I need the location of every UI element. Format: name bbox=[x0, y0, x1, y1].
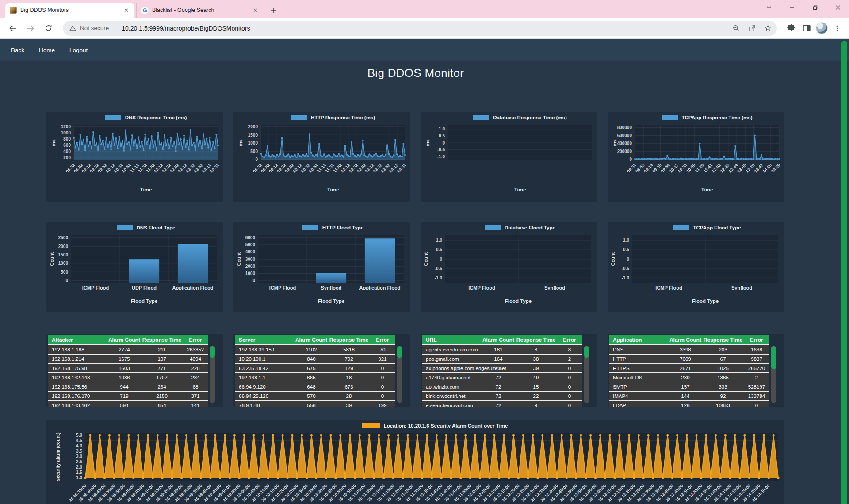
extensions-puzzle-icon[interactable] bbox=[784, 22, 797, 35]
close-window-button[interactable] bbox=[831, 2, 845, 13]
tab-close-icon[interactable]: ✕ bbox=[252, 7, 259, 14]
dns-flood-panel: DNS Flood Type 05001000150020002500Count… bbox=[46, 222, 223, 312]
bookmark-star-icon[interactable] bbox=[761, 22, 774, 35]
svg-text:Count: Count bbox=[423, 252, 428, 266]
table-cell: 144 bbox=[669, 393, 702, 399]
table-cell: 1102 bbox=[294, 347, 328, 352]
dns-response-chart: 20040060080010001200ms08:3208:5209:1209:… bbox=[46, 112, 223, 202]
address-bar[interactable]: Not secure 10.20.1.5:9999/macroprobe/Big… bbox=[63, 21, 777, 36]
table-cell: 228 bbox=[183, 366, 208, 371]
table-cell: 10853 bbox=[702, 403, 744, 408]
back-button[interactable] bbox=[5, 21, 20, 36]
svg-text:1000: 1000 bbox=[245, 271, 256, 276]
table-row: IMAP414492133784 bbox=[609, 392, 769, 401]
table-cell: 7009 bbox=[669, 356, 702, 362]
svg-text:13:26: 13:26 bbox=[745, 163, 756, 174]
svg-text:Synflood: Synflood bbox=[731, 285, 752, 290]
profile-avatar[interactable] bbox=[816, 22, 828, 34]
svg-text:Flood Type: Flood Type bbox=[505, 298, 532, 304]
page-scrollbar-thumb[interactable] bbox=[841, 41, 847, 504]
table-cell: ax.phobos.apple.com.edgesuite.net bbox=[422, 366, 482, 371]
tab-big-ddos-monitors[interactable]: Big DDOS Monitors ✕ bbox=[5, 3, 134, 18]
table-cell: 1603 bbox=[107, 366, 141, 371]
table-scrollbar-track[interactable] bbox=[210, 346, 215, 403]
table-cell: 133784 bbox=[744, 393, 769, 399]
table-cell: 3 bbox=[515, 347, 557, 352]
maximize-button[interactable] bbox=[808, 2, 822, 13]
table-header-cell: Alarm Count bbox=[669, 337, 702, 343]
table-cell: 28 bbox=[328, 393, 370, 399]
svg-text:08:32: 08:32 bbox=[626, 163, 637, 174]
kebab-menu-icon[interactable] bbox=[830, 22, 844, 35]
table-scrollbar-thumb[interactable] bbox=[210, 346, 215, 358]
legend-swatch bbox=[105, 115, 121, 120]
table-cell: 528197 bbox=[744, 384, 769, 389]
svg-text:security alarm (count): security alarm (count) bbox=[55, 432, 61, 481]
table-row: 76.9.1.4855639199 bbox=[235, 401, 395, 407]
svg-text:Flood Type: Flood Type bbox=[318, 298, 344, 304]
legend-swatch bbox=[673, 225, 689, 230]
zoom-icon[interactable] bbox=[729, 22, 742, 35]
svg-text:1.5: 1.5 bbox=[76, 470, 82, 475]
svg-text:1000: 1000 bbox=[58, 261, 69, 266]
table-header-cell: Alarm Count bbox=[482, 337, 515, 343]
table-cell: 15 bbox=[515, 384, 557, 389]
svg-text:0: 0 bbox=[629, 157, 632, 162]
svg-text:ms: ms bbox=[612, 139, 617, 146]
forward-button[interactable] bbox=[23, 21, 38, 36]
tab-search-chevron-icon[interactable] bbox=[762, 2, 776, 13]
table-header-cell: Error bbox=[370, 337, 395, 343]
svg-text:1.0: 1.0 bbox=[436, 238, 442, 243]
nav-link-home[interactable]: Home bbox=[39, 47, 55, 53]
svg-text:13:47: 13:47 bbox=[753, 163, 764, 174]
svg-text:Application Flood: Application Flood bbox=[359, 285, 401, 290]
svg-text:0: 0 bbox=[440, 257, 442, 262]
tcpapp-response-panel: TCPApp Response Time (ms) 02000004000006… bbox=[608, 112, 784, 202]
tab-blacklist-search[interactable]: G Blacklist - Google Search ✕ bbox=[136, 3, 264, 18]
table-scrollbar-track[interactable] bbox=[584, 346, 589, 403]
tab-close-icon[interactable]: ✕ bbox=[122, 7, 130, 14]
svg-text:0.5: 0.5 bbox=[436, 247, 442, 252]
table-row: 192.168.1.21416751074094 bbox=[48, 355, 208, 364]
table-scrollbar-thumb[interactable] bbox=[771, 346, 776, 369]
database-response-chart: -1.0-0.500.51.0msTime bbox=[421, 112, 597, 202]
new-tab-button[interactable] bbox=[268, 4, 280, 16]
side-panel-icon[interactable] bbox=[800, 22, 813, 35]
table-row: agents.everdream.com18138 bbox=[422, 345, 582, 355]
tcpapp-flood-chart: -1.0-0.500.51.0CountICMP FloodSynfloodFl… bbox=[608, 222, 784, 312]
table-cell: 9837 bbox=[744, 356, 769, 362]
table-cell: 92 bbox=[702, 393, 744, 399]
svg-text:09:35: 09:35 bbox=[651, 162, 662, 173]
svg-text:5000: 5000 bbox=[245, 242, 256, 247]
table-row: 66.94.9.1206486730 bbox=[235, 382, 395, 392]
table-cell: 39 bbox=[515, 366, 557, 371]
reload-button[interactable] bbox=[41, 21, 56, 36]
table-row: 192.168.175.981603771228 bbox=[48, 364, 208, 373]
table-scrollbar-track[interactable] bbox=[771, 346, 776, 403]
svg-text:Flood Type: Flood Type bbox=[692, 298, 719, 304]
table-cell: 771 bbox=[141, 366, 183, 371]
table-cell: 141 bbox=[183, 403, 208, 408]
table-cell: 1707 bbox=[141, 375, 183, 380]
svg-text:4000: 4000 bbox=[245, 249, 256, 254]
table-cell: 199 bbox=[370, 403, 395, 408]
nav-link-back[interactable]: Back bbox=[11, 47, 24, 53]
table-row: Microsoft-DS23013652 bbox=[609, 373, 769, 382]
table-cell: 1365 bbox=[702, 375, 744, 380]
table-scrollbar-thumb[interactable] bbox=[584, 346, 589, 358]
table-scrollbar-track[interactable] bbox=[397, 346, 402, 403]
legend-label: HTTP Flood Type bbox=[322, 225, 364, 230]
table-cell: 263352 bbox=[183, 347, 208, 352]
svg-text:-0.5: -0.5 bbox=[437, 147, 445, 152]
table-scrollbar-thumb[interactable] bbox=[397, 346, 402, 358]
tcpapp-response-chart: 0200000400000600000800000ms08:3208:5309:… bbox=[608, 112, 784, 202]
svg-text:400: 400 bbox=[63, 149, 71, 154]
svg-text:1500: 1500 bbox=[58, 252, 69, 257]
svg-text:6000: 6000 bbox=[245, 235, 256, 240]
share-icon[interactable] bbox=[745, 22, 758, 35]
minimize-button[interactable] bbox=[785, 2, 799, 13]
svg-text:Synflood: Synflood bbox=[321, 285, 341, 290]
nav-link-logout[interactable]: Logout bbox=[69, 47, 88, 53]
table-row: a1740.g.akamai.net72490 bbox=[422, 373, 582, 382]
svg-text:4.5: 4.5 bbox=[76, 438, 82, 443]
